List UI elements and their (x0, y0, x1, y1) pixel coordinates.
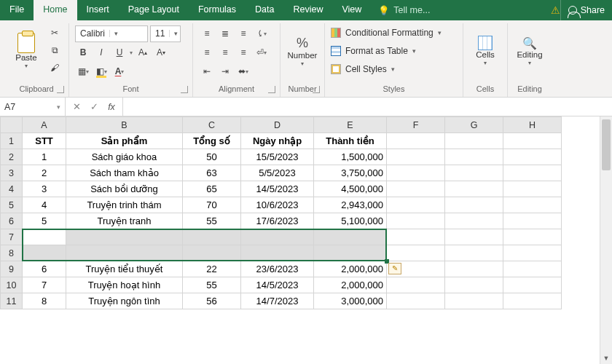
cell[interactable]: Sản phẩm (66, 133, 183, 149)
row-header[interactable]: 4 (1, 181, 23, 197)
grid[interactable]: ABCDEFGH 1STTSản phẩmTổng sốNgày nhậpThà… (0, 116, 562, 309)
col-header-B[interactable]: B (66, 117, 183, 133)
cell[interactable] (503, 133, 562, 149)
paste-button[interactable]: Paste▾ (10, 25, 42, 77)
font-name-select[interactable]: Calibri▾ (75, 25, 148, 42)
italic-button[interactable]: I (93, 44, 109, 60)
cell[interactable]: Truyện tranh (66, 213, 183, 229)
cell[interactable] (183, 229, 241, 245)
cell[interactable]: Truyện ngôn tình (66, 293, 183, 309)
row-header[interactable]: 10 (1, 277, 23, 293)
cell[interactable] (23, 245, 66, 261)
align-center-button[interactable]: ≡ (217, 44, 233, 60)
increase-indent-button[interactable]: ⇥ (217, 63, 233, 79)
align-middle-button[interactable]: ≣ (217, 25, 233, 41)
scroll-down-arrow[interactable]: ▼ (600, 352, 612, 364)
number-launcher[interactable] (313, 86, 320, 93)
cell[interactable] (445, 277, 503, 293)
cell[interactable]: 2 (23, 165, 66, 181)
cell[interactable]: 3,000,000 (314, 293, 387, 309)
cell[interactable]: 15/5/2023 (241, 149, 314, 165)
row-header[interactable]: 7 (1, 229, 23, 245)
cell[interactable]: Sách bồi dưỡng (66, 181, 183, 197)
copy-button[interactable]: ⧉ (47, 42, 63, 58)
cell[interactable]: 14/5/2023 (241, 277, 314, 293)
merge-button[interactable]: ⬌▾ (235, 63, 251, 79)
cell[interactable]: 3 (23, 181, 66, 197)
cell[interactable]: 50 (183, 149, 241, 165)
align-top-button[interactable]: ≡ (199, 25, 215, 41)
underline-button[interactable]: U (111, 44, 128, 60)
cell[interactable] (241, 229, 314, 245)
row-header[interactable]: 2 (1, 149, 23, 165)
clipboard-launcher[interactable] (57, 86, 64, 93)
editing-button[interactable]: 🔍Editing▾ (514, 25, 546, 77)
decrease-indent-button[interactable]: ⇤ (199, 63, 215, 79)
cell[interactable] (387, 197, 445, 213)
align-right-button[interactable]: ≡ (235, 44, 251, 60)
warning-icon[interactable]: ⚠ (551, 4, 560, 16)
cell[interactable] (387, 293, 445, 309)
cell[interactable] (503, 293, 562, 309)
cell[interactable]: 8 (23, 293, 66, 309)
cell[interactable] (445, 181, 503, 197)
cell[interactable]: 2,000,000 (314, 261, 387, 277)
cell[interactable] (387, 149, 445, 165)
grow-font-button[interactable]: A▴ (135, 44, 151, 60)
row-header[interactable]: 8 (1, 245, 23, 261)
cell[interactable] (314, 245, 387, 261)
align-left-button[interactable]: ≡ (199, 44, 215, 60)
cell[interactable]: 4 (23, 197, 66, 213)
cell[interactable] (503, 229, 562, 245)
cell[interactable] (445, 245, 503, 261)
fill-color-button[interactable]: ◧▾ (93, 63, 109, 79)
cell[interactable] (183, 245, 241, 261)
name-box[interactable]: A7▾ (0, 98, 66, 116)
orientation-button[interactable]: ⤹▾ (254, 25, 270, 41)
cell[interactable] (66, 229, 183, 245)
tell-me[interactable]: 💡Tell me... (371, 0, 437, 20)
cell[interactable]: 1,500,000 (314, 149, 387, 165)
cell[interactable]: 2,943,000 (314, 197, 387, 213)
cell[interactable] (503, 277, 562, 293)
format-as-table-button[interactable]: Format as Table▾ (331, 43, 442, 59)
font-launcher[interactable] (181, 86, 188, 93)
cell[interactable] (387, 245, 445, 261)
format-painter-button[interactable]: 🖌 (47, 60, 63, 76)
cell[interactable]: Ngày nhập (241, 133, 314, 149)
cut-button[interactable]: ✂ (47, 25, 63, 41)
shrink-font-button[interactable]: A▾ (153, 44, 169, 60)
cell[interactable] (445, 229, 503, 245)
formula-input[interactable] (123, 98, 612, 116)
insert-function-button[interactable]: fx (103, 102, 119, 112)
cell[interactable]: 6 (23, 261, 66, 277)
cell[interactable]: Sách giáo khoa (66, 149, 183, 165)
col-header-H[interactable]: H (503, 117, 562, 133)
cell[interactable]: 10/6/2023 (241, 197, 314, 213)
cell[interactable]: 14/7/2023 (241, 293, 314, 309)
font-size-select[interactable]: 11▾ (150, 25, 181, 42)
cell[interactable] (445, 197, 503, 213)
cell[interactable] (445, 261, 503, 277)
cancel-formula-button[interactable]: ✕ (68, 101, 85, 112)
cells-button[interactable]: Cells▾ (469, 25, 501, 77)
tab-insert[interactable]: Insert (77, 0, 119, 20)
cell[interactable]: Truyện tiểu thuyết (66, 261, 183, 277)
cell[interactable]: 17/6/2023 (241, 213, 314, 229)
cell[interactable] (387, 133, 445, 149)
cell[interactable] (445, 213, 503, 229)
cell[interactable] (445, 149, 503, 165)
cell[interactable]: Thành tiền (314, 133, 387, 149)
cell[interactable] (503, 165, 562, 181)
row-header[interactable]: 9 (1, 261, 23, 277)
cell[interactable]: 14/5/2023 (241, 181, 314, 197)
col-header-G[interactable]: G (445, 117, 503, 133)
cell[interactable]: 63 (183, 165, 241, 181)
cell[interactable]: 55 (183, 213, 241, 229)
col-header-C[interactable]: C (183, 117, 241, 133)
row-header[interactable]: 6 (1, 213, 23, 229)
cell[interactable]: 5,100,000 (314, 213, 387, 229)
cell[interactable]: 65 (183, 181, 241, 197)
cell[interactable]: STT (23, 133, 66, 149)
row-header[interactable]: 3 (1, 165, 23, 181)
